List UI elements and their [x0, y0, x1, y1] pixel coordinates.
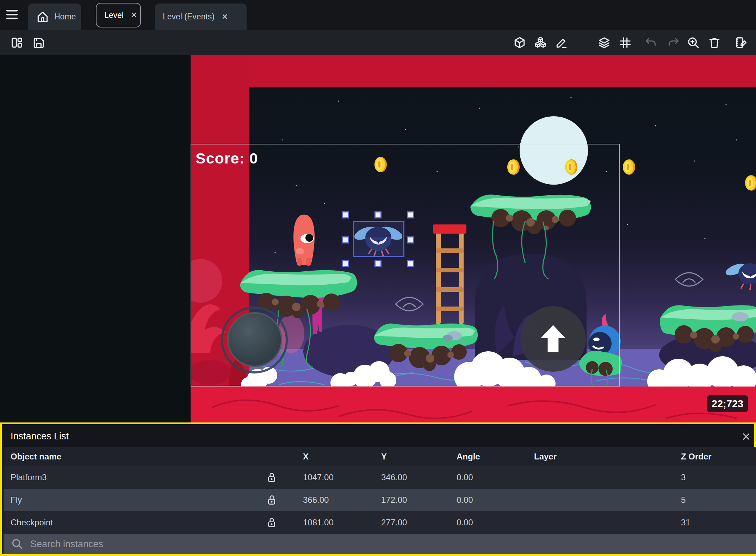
column-header-z-order[interactable]: Z Order	[681, 452, 712, 462]
game-editor-window: Home Level ✕ Level (Events) ✕ Preview	[0, 0, 756, 556]
instance-x[interactable]: 366.00	[303, 495, 329, 505]
save-icon[interactable]	[31, 33, 47, 52]
selection-rectangle[interactable]	[353, 221, 404, 257]
column-header-layer[interactable]: Layer	[534, 452, 557, 462]
grid-icon[interactable]	[618, 33, 632, 52]
trash-icon[interactable]	[707, 33, 721, 52]
home-icon	[36, 10, 49, 24]
selection-handle-bottom-left[interactable]	[342, 260, 349, 267]
close-tab-icon[interactable]: ✕	[129, 11, 137, 20]
tab-home[interactable]: Home	[28, 4, 81, 30]
fly-enemy-right	[724, 261, 756, 290]
instance-y[interactable]: 346.00	[381, 472, 407, 482]
table-row[interactable]: Fly 366.00 172.00 0.00 5	[4, 489, 756, 511]
column-header-angle[interactable]: Angle	[457, 452, 480, 462]
table-row[interactable]: Platform3 1047.00 346.00 0.00 3	[4, 466, 756, 489]
search-instances-input[interactable]	[30, 538, 559, 550]
hamburger-menu-button[interactable]	[6, 8, 18, 22]
redo-icon[interactable]	[667, 33, 681, 52]
selection-handle-top-left[interactable]	[342, 211, 349, 218]
jump-button[interactable]	[520, 306, 586, 372]
instances-list-panel: Instances List Object name X Y Angle Lay…	[0, 422, 756, 556]
tab-level[interactable]: Level ✕	[96, 3, 141, 27]
unlock-icon[interactable]	[267, 472, 276, 483]
tab-label: Home	[54, 12, 76, 21]
close-panel-button[interactable]	[740, 430, 752, 443]
instance-name[interactable]: Platform3	[11, 472, 47, 482]
selection-handle-mid-right[interactable]	[407, 236, 414, 243]
score-hud-text: Score: 0	[196, 150, 258, 167]
table-header-row: Object name X Y Angle Layer Z Order	[4, 447, 756, 466]
unlock-icon[interactable]	[267, 517, 276, 528]
instance-angle[interactable]: 0.00	[457, 472, 473, 482]
instance-z-order[interactable]: 5	[681, 495, 686, 505]
search-icon	[11, 538, 23, 550]
arrow-up-icon	[534, 320, 572, 358]
cursor-coordinates-badge: 22;723	[707, 395, 748, 412]
red-wall-top	[249, 55, 756, 87]
instance-name[interactable]: Fly	[11, 495, 22, 505]
column-header-object-name[interactable]: Object name	[11, 452, 61, 462]
instance-y[interactable]: 277.00	[381, 518, 407, 527]
editor-toolbar: Preview Publish	[0, 30, 756, 55]
table-row[interactable]: Checkpoint 1081.00 277.00 0.00 31	[4, 511, 756, 534]
pencil-icon[interactable]	[554, 33, 569, 52]
virtual-joystick-knob[interactable]	[227, 312, 282, 367]
tab-bar: Home Level ✕ Level (Events) ✕	[0, 0, 756, 30]
tab-label: Level (Events)	[163, 12, 215, 21]
column-header-x[interactable]: X	[303, 452, 309, 462]
selection-handle-mid-left[interactable]	[342, 236, 349, 243]
layout-columns-icon[interactable]	[9, 33, 25, 52]
editor-void-area	[0, 55, 191, 422]
instance-z-order[interactable]: 3	[681, 472, 686, 482]
undo-icon[interactable]	[644, 33, 658, 52]
game-scene[interactable]: Score: 0 22;723	[191, 55, 756, 422]
selection-handle-bottom-center[interactable]	[374, 260, 382, 267]
instance-z-order[interactable]: 31	[681, 518, 690, 527]
scene-editor-canvas[interactable]: Score: 0 22;723	[0, 55, 756, 422]
search-row	[4, 534, 756, 554]
close-tab-icon[interactable]: ✕	[219, 12, 228, 21]
instance-y[interactable]: 172.00	[381, 495, 407, 505]
unlock-icon[interactable]	[267, 495, 276, 505]
tab-level-events[interactable]: Level (Events) ✕	[155, 4, 247, 30]
instance-x[interactable]: 1081.00	[303, 518, 334, 527]
eye-decoration	[675, 273, 703, 286]
panel-title: Instances List	[11, 431, 69, 442]
selection-handle-top-center[interactable]	[374, 211, 382, 218]
tab-label: Level	[104, 11, 124, 20]
instance-x[interactable]: 1047.00	[303, 472, 334, 482]
zoom-in-icon[interactable]	[686, 33, 700, 52]
cubes-group-icon[interactable]	[533, 33, 547, 52]
panel-title-row: Instances List	[4, 426, 756, 447]
instance-name[interactable]: Checkpoint	[11, 518, 53, 527]
selection-handle-bottom-right[interactable]	[407, 260, 414, 267]
column-header-y[interactable]: Y	[381, 452, 387, 462]
instance-angle[interactable]: 0.00	[457, 495, 473, 505]
cube-icon[interactable]	[513, 33, 527, 52]
selection-handle-top-right[interactable]	[407, 211, 414, 218]
instance-angle[interactable]: 0.00	[457, 518, 473, 527]
layers-icon[interactable]	[597, 33, 611, 52]
sheet-edit-icon[interactable]	[734, 33, 748, 52]
